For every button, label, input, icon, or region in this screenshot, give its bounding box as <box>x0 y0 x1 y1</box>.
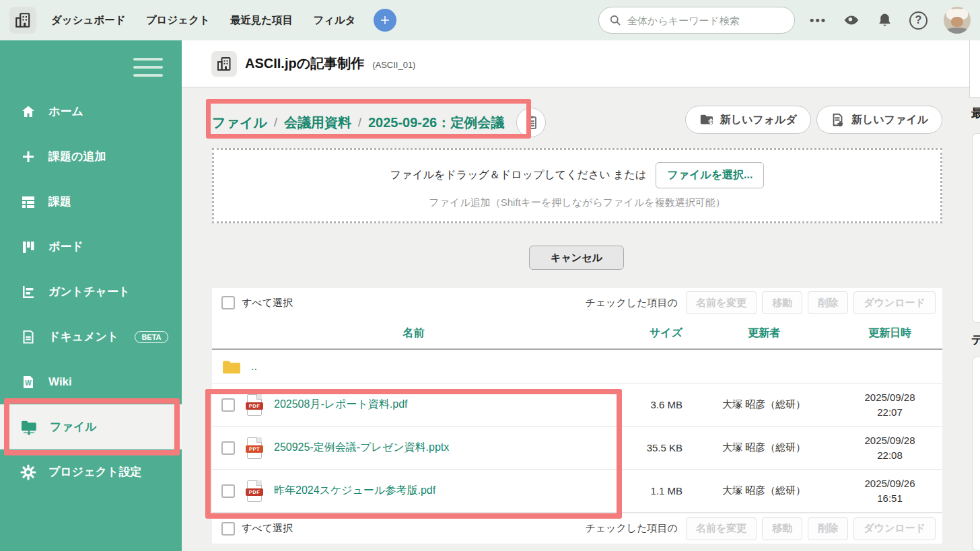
delete-button[interactable]: 削除 <box>808 291 848 314</box>
move-button[interactable]: 移動 <box>762 517 802 540</box>
topbar-icons: ••• ? <box>810 7 971 34</box>
move-button[interactable]: 移動 <box>762 291 802 314</box>
more-icon[interactable]: ••• <box>810 13 827 28</box>
file-link[interactable]: 250925-定例会議-プレゼン資料.pptx <box>274 441 449 455</box>
issues-table-icon <box>20 194 36 210</box>
sidebar-item-files[interactable]: ファイル <box>0 404 182 449</box>
table-row[interactable]: PDF 昨年2024スケジュール参考版.pdf 1.1 MB 大塚 昭彦（総研）… <box>212 470 942 513</box>
file-dropzone[interactable]: ファイルをドラッグ＆ドロップしてください または ファイルを選択... ファイル… <box>212 148 942 223</box>
user-avatar[interactable] <box>944 7 971 34</box>
sidebar-item-issues[interactable]: 課題 <box>0 179 182 224</box>
breadcrumb-meeting-folder[interactable]: 会議用資料 <box>284 114 351 132</box>
app-window: ダッシュボード プロジェクト 最近見た項目 フィルタ ••• <box>0 0 980 551</box>
download-button[interactable]: ダウンロード <box>853 517 936 540</box>
file-updated-at: 2025/09/26 16:51 <box>841 476 942 506</box>
nav-filters[interactable]: フィルタ <box>313 13 355 28</box>
notifications-bell-icon[interactable] <box>876 12 893 29</box>
main-content: ASCII.jpの記事制作 (ASCII_01) ファイル / 会議用資料 / … <box>182 40 969 551</box>
sidebar-item-label: Wiki <box>48 375 72 389</box>
right-rail-panel <box>972 133 980 323</box>
global-search[interactable] <box>598 7 795 34</box>
checked-items-label: チェックした項目の <box>585 522 677 535</box>
file-link[interactable]: 昨年2024スケジュール参考版.pdf <box>274 484 435 498</box>
table-row[interactable]: PPT 250925-定例会議-プレゼン資料.pptx 35.5 KB 大塚 昭… <box>212 427 942 470</box>
space-logo-button[interactable] <box>9 7 36 34</box>
home-icon <box>20 104 36 120</box>
column-size[interactable]: サイズ <box>615 326 687 340</box>
new-file-label: 新しいファイル <box>851 113 928 127</box>
rename-button[interactable]: 名前を変更 <box>686 291 757 314</box>
global-navbar: ダッシュボード プロジェクト 最近見た項目 フィルタ ••• <box>0 0 980 40</box>
new-folder-button[interactable]: 新しいフォルダ <box>685 106 811 134</box>
dropzone-text: ファイルをドラッグ＆ドロップしてください または <box>390 168 647 182</box>
updated-date: 2025/09/28 <box>864 392 915 403</box>
parent-folder-row[interactable]: .. <box>212 350 942 383</box>
nav-projects[interactable]: プロジェクト <box>146 13 210 28</box>
sidebar-item-documents[interactable]: ドキュメント BETA <box>0 314 182 359</box>
table-row[interactable]: PDF 202508月-レポート資料.pdf 3.6 MB 大塚 昭彦（総研） … <box>212 383 942 427</box>
row-checkbox[interactable] <box>221 398 235 412</box>
file-updated-at: 2025/09/28 22:08 <box>841 433 942 463</box>
new-folder-icon <box>699 112 714 127</box>
file-link[interactable]: 202508月-レポート資料.pdf <box>274 398 408 412</box>
svg-text:W: W <box>25 379 32 387</box>
help-icon[interactable]: ? <box>909 11 928 30</box>
files-folder-icon <box>20 418 38 436</box>
table-toolbar-top: すべて選択 チェックした項目の 名前を変更 移動 削除 ダウンロード <box>212 288 942 318</box>
breadcrumb: ファイル / 会議用資料 / 2025-09-26：定例会議 <box>212 108 546 137</box>
download-button[interactable]: ダウンロード <box>853 291 936 314</box>
file-updater: 大塚 昭彦（総研） <box>687 398 841 411</box>
sidebar-item-wiki[interactable]: W Wiki <box>0 359 182 404</box>
pdf-file-icon: PDF <box>246 480 263 502</box>
project-key: (ASCII_01) <box>372 57 415 70</box>
sidebar-item-project-settings[interactable]: プロジェクト設定 <box>0 449 182 494</box>
rename-button[interactable]: 名前を変更 <box>686 517 757 540</box>
sidebar-item-label: ファイル <box>50 419 97 435</box>
global-add-button[interactable] <box>374 9 396 32</box>
column-name[interactable]: 名前 <box>212 326 615 340</box>
select-all-checkbox[interactable] <box>221 296 235 309</box>
updated-date: 2025/09/28 <box>864 435 915 446</box>
updated-time: 22:07 <box>877 406 903 418</box>
select-file-button[interactable]: ファイルを選択... <box>656 162 764 188</box>
breadcrumb-current-folder[interactable]: 2025-09-26：定例会議 <box>368 114 504 132</box>
avatar-shirt <box>947 28 967 34</box>
sidebar-item-board[interactable]: ボード <box>0 224 182 269</box>
sidebar-item-label: ドキュメント <box>48 329 118 344</box>
folder-note-button[interactable] <box>516 108 546 137</box>
project-sidebar: ホーム 課題の追加 課題 <box>0 40 182 551</box>
column-updater[interactable]: 更新者 <box>687 326 841 340</box>
nav-recently-viewed[interactable]: 最近見た項目 <box>230 13 293 28</box>
sidebar-item-label: プロジェクト設定 <box>48 464 141 480</box>
file-size: 35.5 KB <box>615 442 687 453</box>
cancel-button[interactable]: キャンセル <box>529 246 624 270</box>
file-type-label: PDF <box>246 488 263 496</box>
select-all-checkbox[interactable] <box>221 522 235 536</box>
sidebar-item-label: 課題の追加 <box>48 149 106 164</box>
nav-dashboard[interactable]: ダッシュボード <box>51 13 126 28</box>
watch-eye-icon[interactable] <box>843 11 860 29</box>
sidebar-item-add-issue[interactable]: 課題の追加 <box>0 134 182 179</box>
column-updated-at[interactable]: 更新日時 <box>841 326 942 340</box>
select-all-top[interactable]: すべて選択 <box>221 296 293 309</box>
file-updater: 大塚 昭彦（総研） <box>687 484 841 497</box>
board-icon <box>20 239 36 255</box>
breadcrumb-files[interactable]: ファイル <box>212 114 267 132</box>
new-file-button[interactable]: 新しいファイル <box>816 106 942 134</box>
folder-actions: 新しいフォルダ 新しいファイル <box>685 106 943 134</box>
row-checkbox[interactable] <box>221 484 235 498</box>
checked-items-label: チェックした項目の <box>585 297 677 309</box>
right-rail-panel <box>972 357 980 551</box>
sidebar-collapse-button[interactable] <box>133 58 163 77</box>
select-all-label: すべて選択 <box>242 522 293 535</box>
parent-folder-link[interactable]: .. <box>251 361 257 373</box>
search-input[interactable] <box>627 15 785 26</box>
delete-button[interactable]: 削除 <box>808 517 848 540</box>
row-checkbox[interactable] <box>221 441 235 455</box>
sidebar-item-home[interactable]: ホーム <box>0 89 182 134</box>
right-rail: 最 テ <box>969 40 980 551</box>
file-type-label: PDF <box>246 402 263 410</box>
sidebar-item-gantt[interactable]: ガントチャート <box>0 269 182 314</box>
select-all-bottom[interactable]: すべて選択 <box>221 522 293 536</box>
file-updater: 大塚 昭彦（総研） <box>687 441 841 454</box>
